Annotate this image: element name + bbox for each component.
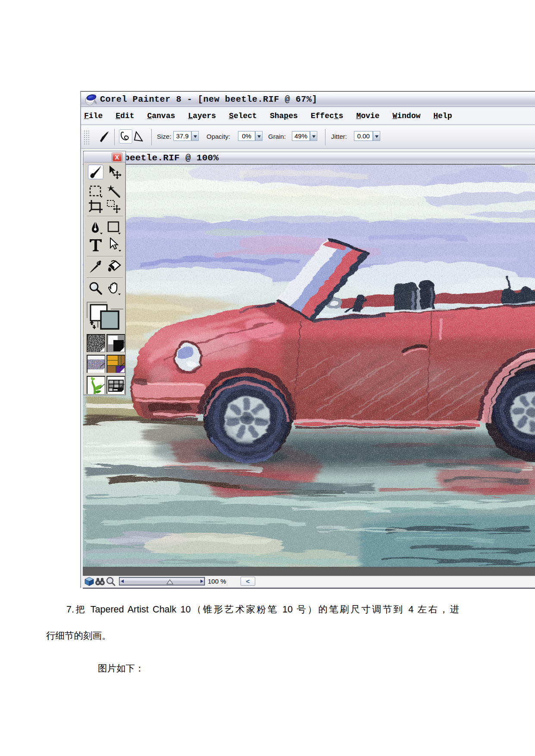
corner-fold-icon [100,347,105,352]
dropper-tool[interactable] [88,259,103,274]
rect-shape-icon [106,220,122,235]
menu-bar: FileEditCanvasLayersSelectShapesEffectsM… [81,108,535,125]
binoculars-icon[interactable] [95,577,105,586]
toolbox-separator [87,278,123,278]
tutorial-paragraph: 7.把 Tapered Artist Chalk 10（锥形艺术家粉笔 10 号… [46,597,459,649]
toolbox-close-button[interactable]: X [112,153,122,162]
grabber-hand-tool[interactable] [106,281,122,296]
magnifier-icon[interactable] [106,577,116,586]
property-bar: Size: 37.9 Opacity: 0% Grain: 49% Jitter… [81,126,535,149]
corner-fold-icon [120,347,125,352]
selection-adjuster-icon [106,199,122,214]
toolbox-separator [87,216,123,216]
document-status-bar: 100 % < [83,576,535,588]
crop-tool[interactable] [88,199,103,214]
rect-shape-tool[interactable] [106,220,122,235]
paint-bucket-icon [106,259,122,274]
rect-select-tool[interactable] [88,184,103,199]
menu-item-effects[interactable]: Effects [311,112,344,120]
text-icon [88,237,103,252]
grain-label: Grain: [268,133,286,140]
brush-tool[interactable] [88,165,103,179]
freehand-strokes-button[interactable] [119,129,132,144]
paragraph-line-1: 7.把 Tapered Artist Chalk 10（锥形艺术家粉笔 10 号… [46,597,459,623]
toolbox-separator [87,256,123,256]
menu-item-canvas[interactable]: Canvas [147,112,175,120]
opacity-dropdown-arrow[interactable] [255,131,263,141]
color-swatches[interactable] [86,298,124,330]
menu-item-movie[interactable]: Movie [356,112,379,120]
zoom-slider[interactable] [119,577,205,586]
zoom-percentage: 100 % [208,578,226,585]
app-window: Corel Painter 8 - [new beetle.RIF @ 67%]… [80,91,535,588]
swap-colors-arrows [90,320,98,329]
grain-dropdown-arrow[interactable] [310,131,317,141]
brush-icon [88,165,103,179]
pen-icon [88,220,103,235]
corner-fold-icon [120,389,125,394]
paint-bucket-tool[interactable] [106,259,122,274]
menu-item-select[interactable]: Select [229,112,257,120]
gradient-selector[interactable] [106,334,125,352]
toolbox-title-bar[interactable]: X [84,152,125,162]
corner-fold-icon [120,368,125,372]
jitter-label: Jitter: [331,133,347,140]
dropper-icon [88,259,103,274]
menu-item-file[interactable]: File [84,112,103,120]
menu-item-layers[interactable]: Layers [188,112,216,120]
crop-icon [88,199,103,214]
menu-item-help[interactable]: Help [433,112,452,120]
layer-adjuster-tool[interactable] [106,165,122,179]
opacity-label: Opacity: [206,133,230,140]
window-title: Corel Painter 8 - [new beetle.RIF @ 67%] [100,94,317,104]
magnifier-icon [88,281,103,296]
pen-tool[interactable] [88,220,103,235]
grain-value[interactable]: 49% [292,131,310,141]
pattern-selector[interactable] [87,355,105,373]
look-selector[interactable] [106,376,125,394]
jitter-dropdown-arrow[interactable] [373,131,380,141]
shape-selection-tool[interactable] [106,237,122,252]
shape-selection-icon [106,237,122,252]
pasteboard-strip [83,567,535,576]
hscroll-left-arrow[interactable]: < [241,577,255,586]
propbar-separator [114,129,115,145]
layer-adjuster-icon [106,165,122,179]
document-title-bar[interactable]: beetle.RIF @ 100% [83,152,535,164]
paragraph-line-2: 行细节的刻画。 [46,623,459,649]
back-color-swatch [101,311,119,329]
menu-item-edit[interactable]: Edit [116,112,134,120]
corner-fold-icon [100,389,105,394]
corner-fold-icon [100,368,105,372]
weave-selector[interactable] [106,355,125,373]
toolbox-palette: X [83,151,126,395]
menu-item-window[interactable]: Window [392,112,420,120]
text-tool[interactable] [88,237,103,252]
selection-adjuster-tool[interactable] [106,199,122,214]
straight-strokes-icon [133,130,145,143]
brush-tool-icon [98,131,110,143]
title-bar[interactable]: Corel Painter 8 - [new beetle.RIF @ 67%] [81,92,535,107]
size-dropdown-arrow[interactable] [191,131,199,141]
nozzle-selector[interactable] [87,376,105,394]
opacity-value[interactable]: 0% [238,131,255,141]
magnifier-tool[interactable] [88,281,103,296]
grabber-hand-icon [106,281,122,296]
document-window: beetle.RIF @ 100% [83,152,535,589]
size-value[interactable]: 37.9 [173,131,191,141]
propbar-separator [151,129,152,145]
rect-select-icon [88,184,103,199]
gripper-icon[interactable] [84,130,91,146]
paper-selector[interactable] [87,334,105,352]
straight-strokes-button[interactable] [132,129,146,144]
painting-canvas[interactable] [83,165,535,567]
drawer-cube-icon[interactable] [84,577,94,586]
freehand-strokes-icon [119,130,132,143]
magic-wand-tool[interactable] [106,184,122,199]
jitter-value[interactable]: 0.00 [354,131,373,141]
hscroll-track[interactable] [256,576,535,586]
caption-text: 图片如下： [98,662,144,675]
propbar-separator [325,129,325,145]
size-label: Size: [157,133,171,140]
menu-item-shapes[interactable]: Shapes [270,112,298,120]
